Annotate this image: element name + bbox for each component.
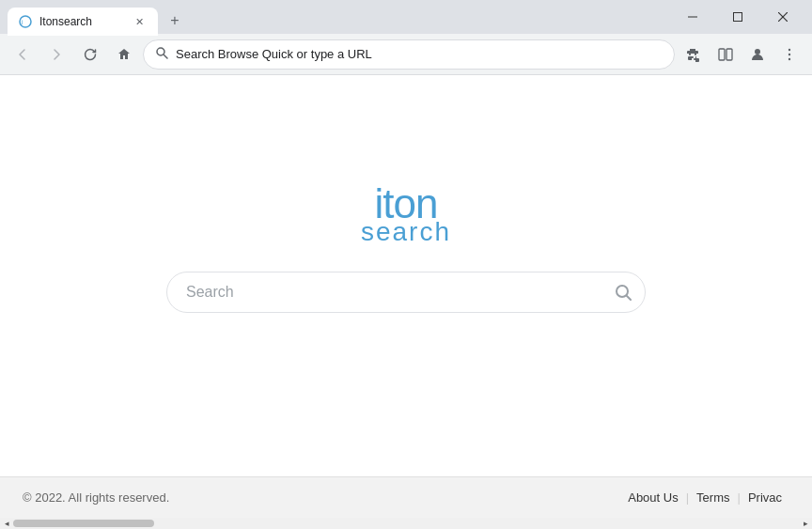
title-bar: i Itonsearch ✕ + — [0, 0, 812, 34]
close-button[interactable] — [761, 2, 804, 32]
page-content: iton search © 2022. All rights reserved. — [0, 75, 812, 529]
terms-link[interactable]: Terms — [689, 490, 737, 505]
scroll-right-button[interactable]: ▸ — [799, 518, 812, 529]
menu-button[interactable] — [774, 39, 804, 70]
extensions-button[interactable] — [679, 39, 709, 70]
nav-right-controls — [679, 39, 804, 70]
svg-point-14 — [617, 286, 628, 297]
browser-window: i Itonsearch ✕ + — [0, 0, 812, 529]
tab-title: Itonsearch — [39, 15, 124, 28]
footer-links: About Us | Terms | Privac — [620, 490, 789, 505]
account-button[interactable] — [742, 39, 773, 70]
window-controls — [671, 2, 804, 32]
svg-text:i: i — [22, 19, 23, 25]
back-button[interactable] — [8, 39, 38, 70]
address-text: Search Browse Quick or type a URL — [176, 47, 663, 61]
svg-point-11 — [789, 48, 790, 50]
tab-favicon: i — [19, 15, 32, 28]
svg-line-15 — [627, 296, 631, 300]
privacy-link[interactable]: Privac — [741, 490, 789, 505]
refresh-button[interactable] — [75, 39, 105, 70]
copyright-text: © 2022. All rights reserved. — [23, 490, 620, 505]
search-submit-button[interactable] — [614, 283, 632, 302]
active-tab[interactable]: i Itonsearch ✕ — [8, 8, 158, 36]
minimize-button[interactable] — [671, 2, 714, 32]
search-input[interactable] — [166, 272, 646, 313]
scroll-track[interactable] — [13, 520, 799, 527]
svg-rect-3 — [734, 13, 742, 22]
tab-close-button[interactable]: ✕ — [132, 14, 147, 29]
svg-rect-2 — [688, 17, 697, 18]
svg-rect-9 — [726, 49, 732, 60]
about-us-link[interactable]: About Us — [620, 490, 685, 505]
maximize-button[interactable] — [716, 2, 759, 32]
svg-rect-8 — [719, 49, 725, 60]
new-tab-button[interactable]: + — [162, 8, 188, 34]
address-bar[interactable]: Search Browse Quick or type a URL — [143, 39, 675, 70]
site-logo: iton search — [361, 183, 451, 245]
logo-search-text: search — [361, 219, 451, 245]
search-container — [166, 272, 646, 313]
svg-point-12 — [789, 53, 790, 54]
page-footer: © 2022. All rights reserved. About Us | … — [0, 476, 812, 518]
scroll-thumb[interactable] — [13, 520, 154, 527]
svg-point-10 — [755, 49, 760, 54]
forward-button[interactable] — [41, 39, 71, 70]
horizontal-scrollbar: ◂ ▸ — [0, 518, 812, 529]
svg-point-6 — [157, 48, 164, 55]
nav-bar: Search Browse Quick or type a URL — [0, 34, 812, 75]
search-address-icon — [155, 46, 168, 62]
home-button[interactable] — [109, 39, 139, 70]
scroll-left-button[interactable]: ◂ — [0, 518, 13, 529]
svg-point-13 — [789, 57, 790, 59]
page-main: iton search — [0, 75, 812, 476]
split-view-button[interactable] — [710, 39, 741, 70]
tab-bar: i Itonsearch ✕ + — [8, 0, 671, 34]
svg-line-7 — [164, 55, 168, 59]
